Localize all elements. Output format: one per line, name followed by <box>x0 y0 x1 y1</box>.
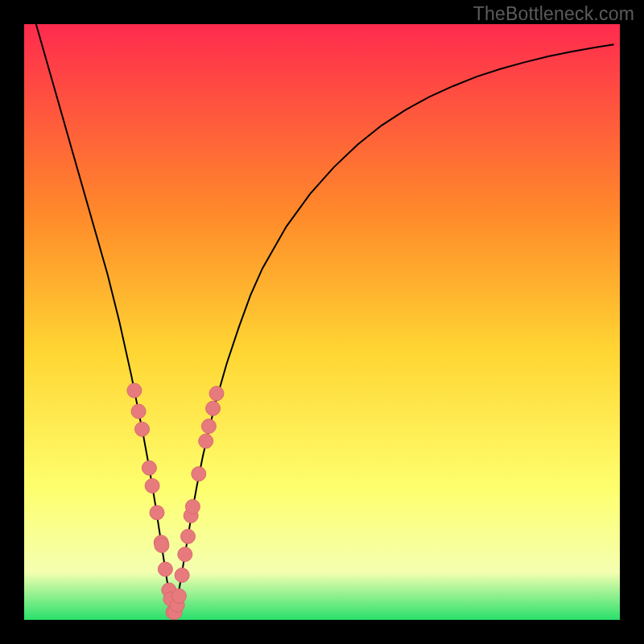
data-point <box>175 568 189 583</box>
data-point <box>209 386 224 401</box>
data-point <box>206 401 221 415</box>
bottleneck-chart <box>24 24 620 620</box>
watermark-text: TheBottleneck.com <box>473 3 634 25</box>
data-point <box>192 467 206 481</box>
data-point <box>145 479 159 493</box>
data-point <box>158 562 172 576</box>
data-point <box>178 547 192 562</box>
data-point <box>131 404 146 419</box>
data-point <box>185 499 200 514</box>
data-point <box>135 422 150 436</box>
data-point <box>150 506 164 520</box>
data-point <box>199 434 213 448</box>
data-point <box>181 529 196 543</box>
plot-area <box>24 24 620 620</box>
data-point <box>127 383 142 398</box>
data-point <box>142 460 156 475</box>
data-point <box>155 539 169 553</box>
chart-frame: TheBottleneck.com <box>0 0 644 644</box>
data-point <box>201 419 216 434</box>
gradient-background <box>24 24 620 620</box>
data-point <box>171 588 186 603</box>
